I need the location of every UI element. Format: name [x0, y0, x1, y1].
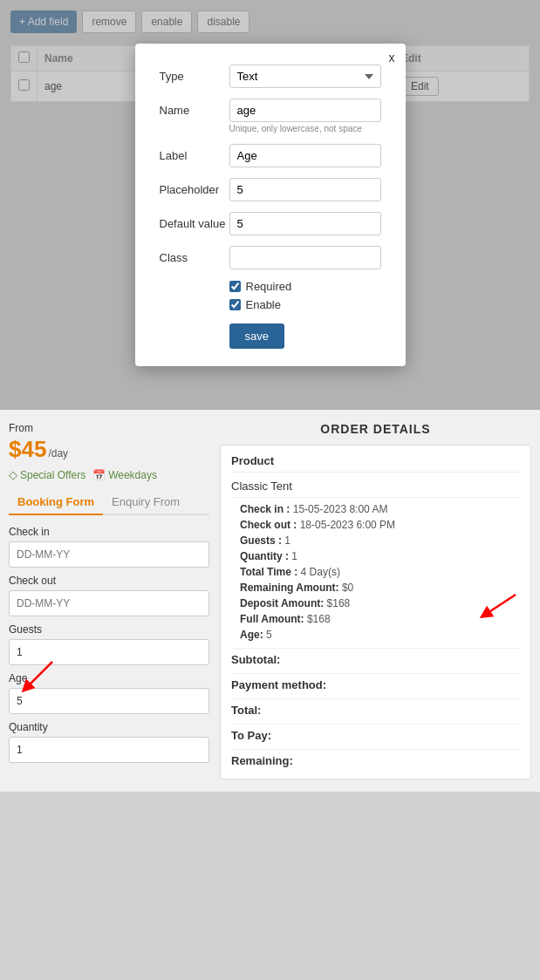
label-input[interactable]	[229, 144, 381, 167]
right-panel: ORDER DETAILS Product Classic Tent Check…	[220, 422, 531, 779]
full-amount-label: Full Amount:	[240, 613, 304, 625]
guests-input[interactable]	[9, 639, 209, 665]
guests-detail-row: Guests : 1	[231, 534, 520, 547]
total-time-detail-row: Total Time : 4 Day(s)	[231, 566, 520, 578]
calendar-icon: 📅	[92, 469, 106, 481]
class-input[interactable]	[229, 246, 381, 269]
tag-icon: ◇	[9, 468, 17, 481]
required-checkbox[interactable]	[229, 281, 241, 292]
product-name: Classic Tent	[231, 480, 520, 498]
age-input[interactable]	[9, 688, 209, 714]
special-offers-badge[interactable]: ◇ Special Offers	[9, 468, 85, 481]
check-in-label: Check in	[9, 526, 209, 538]
guests-detail-label: Guests :	[240, 534, 282, 547]
label-field-label: Label	[160, 144, 229, 162]
special-offers-label: Special Offers	[20, 469, 85, 481]
modal-dialog: x Type Text Name Unique, only lowercase,…	[135, 44, 406, 366]
remaining-amount-detail-value: $0	[342, 582, 353, 594]
remaining-bottom-row: Remaining:	[231, 749, 520, 767]
guests-detail-value: 1	[284, 534, 291, 547]
modal-close-button[interactable]: x	[389, 51, 395, 65]
checkout-detail-row: Check out : 18-05-2023 6:00 PM	[231, 519, 520, 531]
quantity-detail-value: 1	[291, 550, 297, 562]
name-field-row: Name Unique, only lowercase, not space	[160, 99, 381, 133]
checkout-detail-label: Check out :	[240, 519, 297, 531]
required-checkbox-row: Required	[229, 280, 381, 293]
quantity-input[interactable]	[9, 737, 209, 763]
enable-label[interactable]: Enable	[246, 298, 281, 311]
age-detail-row: Age: 5	[231, 629, 520, 641]
price-unit: /day	[48, 447, 68, 459]
class-field-row: Class	[160, 246, 381, 269]
age-detail-label: Age:	[240, 629, 263, 641]
weekdays-label: Weekdays	[108, 469, 157, 481]
placeholder-field-label: Placeholder	[160, 178, 229, 196]
name-input[interactable]	[229, 99, 381, 122]
weekdays-badge[interactable]: 📅 Weekdays	[92, 468, 157, 481]
total-row: Total:	[231, 698, 520, 717]
enable-checkbox[interactable]	[229, 299, 241, 310]
quantity-detail-row: Quantity : 1	[231, 550, 520, 562]
default-value-field-row: Default value	[160, 212, 381, 235]
order-card: Product Classic Tent Check in : 15-05-20…	[220, 445, 531, 779]
subtotal-row: Subtotal:	[231, 648, 520, 666]
type-select[interactable]: Text	[229, 65, 381, 88]
name-hint-text: Unique, only lowercase, not space	[229, 124, 381, 133]
remaining-amount-detail-label: Remaining Amount:	[240, 582, 339, 594]
form-tabs: Booking Form Enquiry From	[9, 490, 209, 515]
svg-line-3	[485, 595, 516, 615]
checkin-detail-value: 15-05-2023 8:00 AM	[293, 503, 388, 515]
deposit-amount-label: Deposit Amount:	[240, 597, 324, 609]
label-field-row: Label	[160, 144, 381, 167]
total-time-detail-value: 4 Day(s)	[301, 566, 340, 578]
check-in-input[interactable]	[9, 541, 209, 568]
age-label: Age	[9, 672, 209, 684]
left-panel: From $45 /day ◇ Special Offers 📅 Weekday…	[9, 422, 209, 779]
enable-checkbox-row: Enable	[229, 298, 381, 311]
quantity-label: Quantity	[9, 721, 209, 733]
class-field-label: Class	[160, 246, 229, 264]
remaining-amount-detail-row: Remaining Amount: $0	[231, 582, 520, 594]
badges-row: ◇ Special Offers 📅 Weekdays	[9, 468, 209, 481]
modal-overlay: x Type Text Name Unique, only lowercase,…	[0, 0, 540, 410]
type-field-row: Type Text	[160, 65, 381, 88]
quantity-detail-label: Quantity :	[240, 550, 289, 562]
admin-panel: + Add field remove enable disable Name T…	[0, 0, 540, 410]
type-field-label: Type	[160, 65, 229, 83]
placeholder-input[interactable]	[229, 178, 381, 201]
tab-enquiry-form[interactable]: Enquiry From	[103, 490, 188, 514]
default-value-label: Default value	[160, 212, 229, 230]
name-field-label: Name	[160, 99, 229, 117]
checkin-detail-label: Check in :	[240, 503, 290, 515]
guests-label: Guests	[9, 623, 209, 636]
bottom-section: From $45 /day ◇ Special Offers 📅 Weekday…	[0, 410, 540, 792]
deposit-amount-value: $168	[327, 597, 351, 609]
placeholder-field-row: Placeholder	[160, 178, 381, 201]
from-label: From	[9, 422, 209, 434]
price-display: $45	[9, 436, 46, 463]
full-amount-value: $168	[307, 613, 331, 625]
total-time-detail-label: Total Time :	[240, 566, 297, 578]
check-out-input[interactable]	[9, 590, 209, 616]
required-label[interactable]: Required	[246, 280, 292, 293]
full-amount-detail-row: Full Amount: $168	[231, 613, 520, 625]
tab-booking-form[interactable]: Booking Form	[9, 490, 103, 515]
deposit-amount-detail-row: Deposit Amount: $168	[231, 597, 520, 609]
save-button[interactable]: save	[229, 323, 284, 349]
payment-method-row: Payment method:	[231, 673, 520, 691]
topay-row: To Pay:	[231, 724, 520, 742]
check-out-label: Check out	[9, 575, 209, 587]
product-section-title: Product	[231, 454, 520, 473]
checkin-detail-row: Check in : 15-05-2023 8:00 AM	[231, 503, 520, 515]
default-value-input[interactable]	[229, 212, 381, 235]
order-details-title: ORDER DETAILS	[220, 422, 531, 436]
age-detail-value: 5	[266, 629, 272, 641]
checkout-detail-value: 18-05-2023 6:00 PM	[300, 519, 395, 531]
